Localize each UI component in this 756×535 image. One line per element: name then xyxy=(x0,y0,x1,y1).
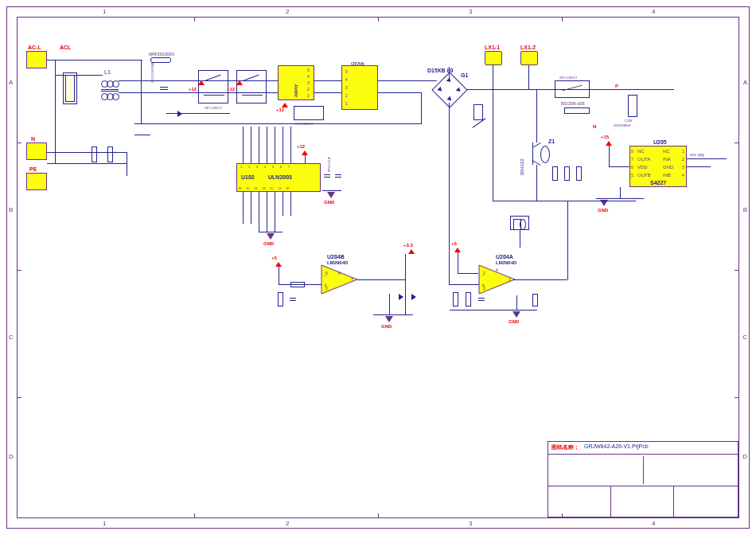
title-name: GRJW842-A26-V1.PrjPcb xyxy=(584,443,649,452)
u102-pw-b4 xyxy=(267,192,267,232)
varistor-rv1 xyxy=(63,72,77,104)
wire-u204a-5v xyxy=(458,252,458,273)
wire-br-bot xyxy=(449,103,450,206)
gnd-lbl-204b: GND xyxy=(381,324,392,329)
col-3-top: 3 xyxy=(469,8,472,15)
u102-pw-6 xyxy=(283,127,283,163)
u102-p4: 4 xyxy=(264,165,266,169)
gnd-204a xyxy=(512,311,520,318)
u102-ref: U102 xyxy=(241,174,255,180)
gnd-uln2 xyxy=(267,233,275,240)
wire-bz-v xyxy=(520,230,520,248)
row-tick-cd-l xyxy=(17,397,21,398)
cbb-label: 250V104/CBB xyxy=(150,63,154,83)
u102-pw-4 xyxy=(267,127,267,163)
relay-k2 xyxy=(236,70,267,103)
u102-pw-b3 xyxy=(259,192,259,232)
gndw-204b-v xyxy=(389,294,390,314)
label-12-2: +12 xyxy=(227,87,235,92)
pwr-12-2 xyxy=(236,80,243,85)
u204b-ref: U204B xyxy=(327,254,345,260)
row-tick-bc-r xyxy=(735,270,739,271)
col-tick-1-bot xyxy=(194,514,195,518)
k1-label: SFT-1205T2 xyxy=(205,106,222,110)
wire-12-uln xyxy=(305,155,306,163)
gnd-lbl-uln2: GND xyxy=(263,241,274,246)
ofan-pin-4: 4 xyxy=(345,77,348,82)
net-n: N xyxy=(31,136,35,142)
ptc-rt xyxy=(473,104,483,120)
title-label: 图纸名称： xyxy=(551,443,579,452)
c-204a-2 xyxy=(478,300,485,301)
label-12-1: +12 xyxy=(189,87,197,92)
connector-ac-l xyxy=(26,51,47,68)
d-204b-2 xyxy=(411,294,416,300)
u102-p1: 1 xyxy=(240,165,242,169)
ofan-pin-3: 3 xyxy=(345,85,348,90)
svg-text:1: 1 xyxy=(509,277,511,282)
cap-uln-b xyxy=(324,177,330,178)
wire-br-1 xyxy=(421,80,437,81)
col-2-bot: 2 xyxy=(286,520,289,527)
wire-u204a-out xyxy=(513,279,567,280)
c-204b-2 xyxy=(290,300,296,301)
gndw-204a-v xyxy=(516,295,517,310)
wire-z1-s xyxy=(536,165,537,201)
wire-n-v xyxy=(127,152,127,176)
row-tick-cd-r xyxy=(735,397,739,398)
wire-15-h xyxy=(609,166,629,167)
row-d-r: D xyxy=(742,453,747,460)
u205-vdd: VDD xyxy=(637,165,648,170)
row-b-r: B xyxy=(743,206,747,213)
wire-u204b-out xyxy=(357,279,405,280)
net-p: P xyxy=(615,84,618,88)
net-lx1-1: LX1-1 xyxy=(485,45,500,50)
wire-ac-2 xyxy=(55,75,103,76)
wire-br-top xyxy=(449,67,450,79)
rsc50k-label: RSC50K-605 xyxy=(561,101,584,106)
wire-gnd-u205-v xyxy=(620,187,621,198)
u205-ref: U205 xyxy=(653,139,667,145)
cap-uln-c xyxy=(335,174,341,175)
svg-text:7: 7 xyxy=(351,277,353,282)
label-5-b: +5 xyxy=(271,256,277,260)
col-tick-2-bot xyxy=(378,514,379,518)
away-pin-5: 5 xyxy=(307,68,310,72)
r-pe-2 xyxy=(107,146,113,162)
title-block: 图纸名称： GRJW842-A26-V1.PrjPcb xyxy=(548,441,738,517)
wire-u205-out2 xyxy=(687,166,711,167)
wire-n xyxy=(47,152,127,153)
gnd-uln xyxy=(327,192,335,198)
ofan-pin-2: 2 xyxy=(345,93,348,98)
u102-p10: 10 xyxy=(286,186,289,190)
u102-pw-5 xyxy=(275,127,275,163)
u205-3: 3 xyxy=(682,165,684,170)
col-tick-3-top xyxy=(562,17,563,21)
svg-text:2: 2 xyxy=(483,271,485,275)
z1-ref: Z1 xyxy=(548,139,555,144)
u205-5: 5 xyxy=(631,173,633,178)
c-204b-1 xyxy=(290,298,296,299)
u205-4: 4 xyxy=(682,173,684,178)
label-15-u205: +15 xyxy=(601,135,609,139)
wire-u204a-in+ xyxy=(449,206,450,284)
cap-bulk xyxy=(628,95,637,117)
wire-br-v xyxy=(421,92,422,124)
gndw-uln2 xyxy=(259,232,283,232)
net-lx1-2: LX1-2 xyxy=(520,45,536,50)
wire-u204b-outv xyxy=(405,254,406,314)
u102-p5: 5 xyxy=(272,165,274,169)
r-204a-1 xyxy=(453,292,458,307)
u205-gnd: GND xyxy=(663,165,673,170)
wire-u204a-in- xyxy=(458,273,478,274)
wire-gnd-u205 xyxy=(596,198,644,199)
c-204a-1 xyxy=(478,298,485,299)
u102-p16: 16 xyxy=(238,186,241,190)
cap-cbb-1 xyxy=(160,87,168,88)
u204b-part: LM2904D xyxy=(327,260,348,265)
relay-dc xyxy=(555,80,590,98)
label-12-away: +12 xyxy=(276,107,284,112)
gnd-lbl-204a: GND xyxy=(509,319,519,324)
r-z1-2 xyxy=(564,166,570,181)
wire-v1 xyxy=(141,60,142,123)
